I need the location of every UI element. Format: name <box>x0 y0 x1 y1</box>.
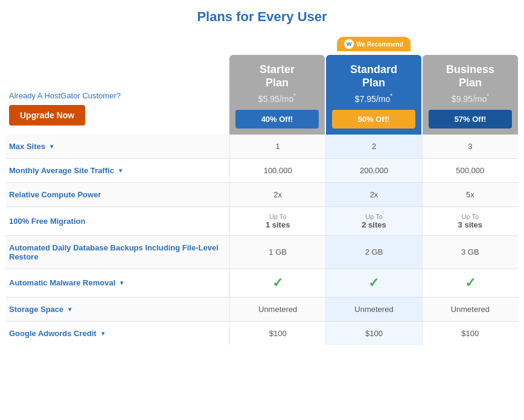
plans-header-row: Already A HostGator Customer? Upgrade No… <box>6 37 518 135</box>
feature-value-cell: 500,000 <box>422 159 518 182</box>
feature-value-cell: ✓ <box>325 269 421 297</box>
plan-headers: Starter Plan $5.95/mo* 40% Off! W We Rec… <box>229 37 518 135</box>
feature-row: Automatic Malware Removal▾✓✓✓ <box>6 269 518 298</box>
feature-value-cell: 1 GB <box>229 236 325 269</box>
expand-arrow-icon[interactable]: ▾ <box>120 279 123 286</box>
standard-plan-name: Standard Plan <box>332 63 415 89</box>
standard-plan-header: Standard Plan $7.95/mo* 50% Off! <box>326 55 421 135</box>
feature-label: Max Sites▾ <box>6 135 229 158</box>
feature-label: Automatic Malware Removal▾ <box>6 269 229 297</box>
business-plan-name: Business Plan <box>429 63 512 89</box>
starter-plan-price: $5.95/mo* <box>235 93 319 104</box>
feature-value-cell: 2x <box>325 183 421 206</box>
feature-row: Storage Space▾UnmeteredUnmeteredUnmetere… <box>6 298 518 322</box>
left-promo: Already A HostGator Customer? Upgrade No… <box>6 37 229 135</box>
standard-plan-column: W We Recommend Standard Plan $7.95/mo* 5… <box>326 55 421 135</box>
plans-area: Already A HostGator Customer? Upgrade No… <box>6 37 518 345</box>
feature-value-cell: ✓ <box>229 269 325 297</box>
feature-value-cell: 3 GB <box>422 236 518 269</box>
starter-discount-button[interactable]: 40% Off! <box>235 110 319 129</box>
main-container: Plans for Every User Already A HostGator… <box>6 6 518 345</box>
expand-arrow-icon[interactable]: ▾ <box>68 306 71 313</box>
feature-row: Automated Daily Database Backups Includi… <box>6 236 518 269</box>
checkmark-icon: ✓ <box>465 275 476 291</box>
feature-value-cell: Unmetered <box>325 298 421 321</box>
feature-value-cell: Up To2 sites <box>325 207 421 235</box>
feature-value-cell: $100 <box>229 322 325 345</box>
business-discount-button[interactable]: 57% Off! <box>429 110 512 129</box>
feature-value-cell: 2 GB <box>325 236 421 269</box>
starter-plan-name: Starter Plan <box>235 63 319 89</box>
recommend-text: We Recommend <box>356 41 403 48</box>
expand-arrow-icon[interactable]: ▾ <box>101 330 104 337</box>
standard-plan-price: $7.95/mo* <box>332 93 415 104</box>
business-plan-price: $9.95/mo* <box>429 93 512 104</box>
feature-value-cell: 5x <box>422 183 518 206</box>
feature-value-cell: Up To1 sites <box>229 207 325 235</box>
business-plan-header: Business Plan $9.95/mo* 57% Off! <box>423 55 518 135</box>
starter-plan-header: Starter Plan $5.95/mo* 40% Off! <box>229 55 325 135</box>
feature-value-cell: ✓ <box>422 269 518 297</box>
upgrade-now-button[interactable]: Upgrade Now <box>9 105 85 126</box>
feature-label: Google Adwords Credit▾ <box>6 322 229 345</box>
starter-plan-column: Starter Plan $5.95/mo* 40% Off! <box>229 55 325 135</box>
expand-arrow-icon[interactable]: ▾ <box>119 167 122 174</box>
feature-row: 100% Free MigrationUp To1 sitesUp To2 si… <box>6 207 518 236</box>
checkmark-icon: ✓ <box>272 275 283 291</box>
already-customer-text: Already A HostGator Customer? <box>9 91 229 100</box>
feature-row: Monthly Average Site Traffic▾100,000200,… <box>6 159 518 183</box>
standard-discount-button[interactable]: 50% Off! <box>332 110 415 129</box>
feature-label: Automated Daily Database Backups Includi… <box>6 236 229 269</box>
expand-arrow-icon[interactable]: ▾ <box>50 143 53 150</box>
feature-value-cell: 2 <box>325 135 421 158</box>
feature-value-cell: Up To3 sites <box>422 207 518 235</box>
feature-value-cell: Unmetered <box>229 298 325 321</box>
feature-value-cell: 100,000 <box>229 159 325 182</box>
feature-row: Max Sites▾123 <box>6 135 518 159</box>
business-plan-column: Business Plan $9.95/mo* 57% Off! <box>423 55 518 135</box>
feature-label: Monthly Average Site Traffic▾ <box>6 159 229 182</box>
feature-value-cell: Unmetered <box>422 298 518 321</box>
checkmark-icon: ✓ <box>368 275 379 291</box>
feature-value-cell: $100 <box>422 322 518 345</box>
recommend-badge: W We Recommend <box>337 37 411 51</box>
feature-row: Relative Compute Power2x2x5x <box>6 183 518 207</box>
feature-label: Relative Compute Power <box>6 183 229 206</box>
feature-value-cell: 200,000 <box>325 159 421 182</box>
feature-value-cell: 3 <box>422 135 518 158</box>
feature-row: Google Adwords Credit▾$100$100$100 <box>6 322 518 345</box>
wp-icon: W <box>344 39 354 49</box>
feature-label: Storage Space▾ <box>6 298 229 321</box>
feature-value-cell: 2x <box>229 183 325 206</box>
feature-label: 100% Free Migration <box>6 207 229 235</box>
features-table: Max Sites▾123Monthly Average Site Traffi… <box>6 135 518 345</box>
feature-value-cell: 1 <box>229 135 325 158</box>
page-title: Plans for Every User <box>6 6 518 25</box>
feature-value-cell: $100 <box>325 322 421 345</box>
